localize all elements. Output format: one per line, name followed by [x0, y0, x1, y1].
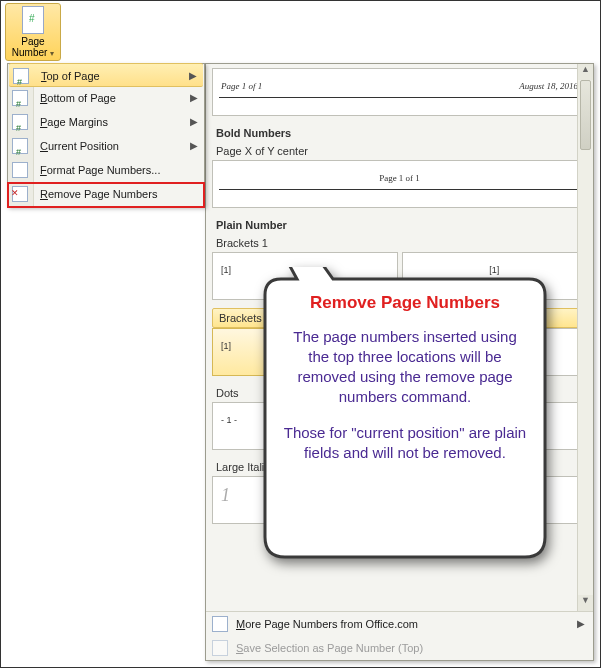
scroll-thumb[interactable]: [580, 80, 591, 150]
menu-label: ormat Page Numbers...: [47, 164, 161, 176]
menu-item-format-page-numbers[interactable]: Format Page Numbers...: [8, 158, 204, 182]
chevron-down-icon: ▾: [50, 49, 54, 58]
callout-paragraph: The page numbers inserted using the top …: [283, 327, 527, 407]
page-bottom-icon: [12, 90, 28, 106]
page-top-icon: [13, 68, 29, 84]
gallery-sample[interactable]: Page 1 of 1 August 18, 2016: [212, 68, 587, 116]
scroll-up-button[interactable]: ▲: [578, 64, 593, 80]
page-number-ribbon-button[interactable]: Page Number ▾: [5, 3, 61, 61]
menu-item-current-position[interactable]: Current Position ▶: [8, 134, 204, 158]
submenu-arrow-icon: ▶: [577, 612, 585, 636]
menu-label: age Margins: [47, 116, 108, 128]
page-margins-icon: [12, 114, 28, 130]
gallery-section-header: Bold Numbers: [212, 124, 587, 142]
gallery-sample-label: Brackets 1: [212, 234, 587, 252]
footer-label: ore Page Numbers from Office.com: [245, 618, 418, 630]
gallery-section-header: Plain Number: [212, 216, 587, 234]
submenu-arrow-icon: ▶: [190, 134, 198, 158]
menu-item-page-margins[interactable]: Page Margins ▶: [8, 110, 204, 134]
callout-title: Remove Page Numbers: [283, 293, 527, 313]
callout-paragraph: Those for "current position" are plain f…: [283, 423, 527, 463]
save-selection-icon: [212, 640, 228, 656]
submenu-arrow-icon: ▶: [190, 86, 198, 110]
page-number-icon: [22, 6, 44, 34]
sample-text-center: Page 1 of 1: [213, 173, 586, 183]
format-page-numbers-icon: [12, 162, 28, 178]
menu-label: ottom of Page: [47, 92, 116, 104]
sample-text-right: August 18, 2016: [519, 81, 578, 91]
menu-label: emove Page Numbers: [48, 188, 157, 200]
more-from-office-com[interactable]: More Page Numbers from Office.com ▶: [206, 612, 593, 636]
office-com-icon: [212, 616, 228, 632]
menu-item-top-of-page[interactable]: Top of Page ▶: [9, 63, 203, 87]
sample-text-left: 1: [221, 485, 230, 506]
page-number-label: Page Number ▾: [6, 36, 60, 59]
footer-label: ave Selection as Page Number (Top): [243, 642, 423, 654]
sample-rule: [219, 97, 580, 98]
save-selection-as-page-number: Save Selection as Page Number (Top): [206, 636, 593, 660]
gallery-sample-label: Page X of Y center: [212, 142, 587, 160]
sample-text-left: [1]: [221, 341, 231, 351]
scroll-down-button[interactable]: ▼: [578, 595, 593, 611]
submenu-arrow-icon: ▶: [189, 64, 197, 88]
sample-text-left: - 1 -: [221, 415, 237, 425]
sample-text-left: [1]: [221, 265, 231, 275]
gallery-sample[interactable]: Page 1 of 1: [212, 160, 587, 208]
remove-page-numbers-icon: [12, 186, 28, 202]
current-position-icon: [12, 138, 28, 154]
gallery-footer: More Page Numbers from Office.com ▶ Save…: [206, 611, 593, 660]
menu-label: urrent Position: [48, 140, 119, 152]
annotation-callout: Remove Page Numbers The page numbers ins…: [253, 267, 557, 569]
menu-item-remove-page-numbers[interactable]: Remove Page Numbers: [8, 182, 204, 206]
submenu-arrow-icon: ▶: [190, 110, 198, 134]
menu-item-bottom-of-page[interactable]: Bottom of Page ▶: [8, 86, 204, 110]
gallery-scrollbar[interactable]: ▲ ▼: [577, 64, 593, 611]
sample-text-left: Page 1 of 1: [221, 81, 262, 91]
page-number-menu: Top of Page ▶ Bottom of Page ▶ Page Marg…: [7, 63, 205, 207]
sample-rule: [219, 189, 580, 190]
menu-label: op of Page: [47, 70, 100, 82]
